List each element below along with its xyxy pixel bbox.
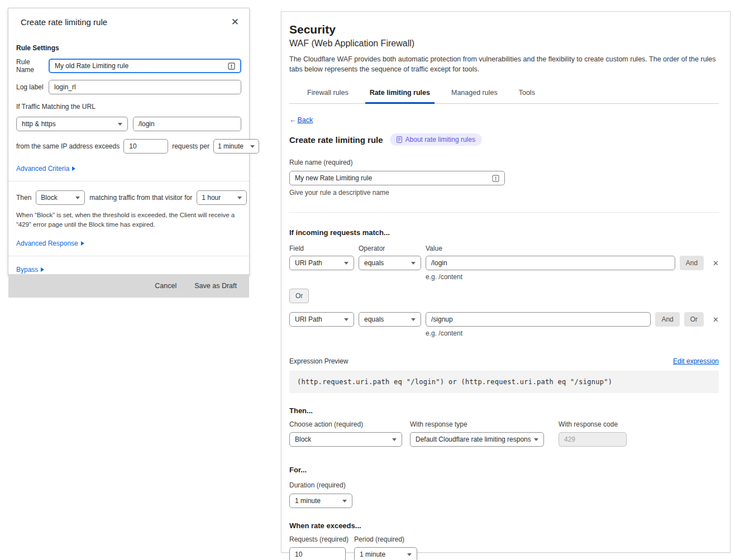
- chevron-down-icon: [75, 197, 80, 199]
- threshold-row: from the same IP address exceeds 10 requ…: [16, 139, 241, 154]
- triangle-right-icon: [81, 241, 84, 246]
- rule-settings-heading: Rule Settings: [16, 44, 241, 52]
- field-select[interactable]: URI Path: [289, 312, 354, 327]
- advanced-response-link[interactable]: Advanced Response: [16, 240, 84, 247]
- dialog-body: Rule Settings Rule Name My old Rate Limi…: [8, 35, 249, 274]
- rule-name-label: Rule name (required): [289, 159, 352, 166]
- value-hint: e.g. /content: [426, 329, 719, 337]
- dialog-title: Create rate limiting rule: [21, 17, 107, 27]
- response-type-column: With response type Default Cloudflare ra…: [410, 420, 544, 447]
- condition-row: URI Path equals /signup And Or ✕: [289, 312, 719, 327]
- rule-name-input[interactable]: My new Rate Limiting rule: [289, 171, 505, 185]
- save-as-draft-button[interactable]: Save as Draft: [194, 282, 237, 290]
- action-column: Choose action (required) Block: [289, 420, 402, 447]
- duration-select[interactable]: 1 minute: [289, 494, 352, 508]
- log-label-row: Log label login_rl: [16, 80, 241, 94]
- chevron-down-icon: [411, 318, 416, 321]
- field-column-label: Field: [289, 245, 354, 252]
- page-subtitle: WAF (Web Application Firewall): [289, 39, 719, 49]
- or-connector-button[interactable]: Or: [289, 289, 309, 303]
- traffic-matching-heading: If Traffic Matching the URL: [16, 103, 241, 111]
- divider: [8, 181, 249, 181]
- period-select[interactable]: 1 minute: [354, 547, 417, 560]
- cancel-button[interactable]: Cancel: [155, 282, 176, 290]
- action-select[interactable]: Block: [289, 432, 402, 447]
- field-select[interactable]: URI Path: [289, 256, 354, 270]
- action-select[interactable]: Block: [36, 190, 85, 205]
- threshold-input[interactable]: 10: [123, 139, 168, 154]
- chevron-down-icon: [342, 500, 347, 502]
- requests-label: Requests (required): [289, 535, 349, 543]
- rule-name-input[interactable]: My old Rate Limiting rule: [49, 59, 241, 73]
- operator-select[interactable]: equals: [359, 256, 421, 270]
- choose-action-label: Choose action (required): [289, 420, 402, 428]
- response-type-select[interactable]: Default Cloudflare rate limiting respons…: [410, 432, 544, 447]
- remove-condition-icon[interactable]: ✕: [713, 259, 719, 267]
- chevron-down-icon: [344, 262, 349, 265]
- for-heading: For...: [289, 466, 719, 474]
- password-manager-icon[interactable]: [492, 175, 499, 182]
- chevron-down-icon: [250, 145, 255, 148]
- value-input[interactable]: /signup: [426, 312, 651, 327]
- duration-label: Duration (required): [289, 481, 346, 489]
- tab-rate-limiting-rules[interactable]: Rate limiting rules: [365, 87, 435, 103]
- divider: [289, 212, 719, 213]
- password-manager-icon[interactable]: [228, 63, 235, 70]
- scheme-select[interactable]: http & https: [16, 117, 128, 131]
- threshold-suffix-text: requests per: [172, 142, 209, 150]
- tab-managed-rules[interactable]: Managed rules: [447, 87, 502, 103]
- edit-expression-link[interactable]: Edit expression: [673, 357, 719, 365]
- page-description: The Cloudflare WAF provides both automat…: [289, 54, 719, 74]
- and-button[interactable]: And: [655, 312, 679, 327]
- back-arrow-icon: ←: [289, 116, 297, 124]
- rule-name-row: Rule Name My old Rate Limiting rule: [16, 58, 241, 74]
- operator-column-label: Operator: [359, 245, 421, 252]
- triangle-right-icon: [72, 166, 75, 171]
- value-column-label: Value: [426, 245, 442, 252]
- rate-heading: When rate exceeds...: [289, 521, 719, 530]
- close-icon[interactable]: ✕: [231, 17, 239, 27]
- requests-input[interactable]: 10: [289, 547, 346, 560]
- response-code-input: 429: [559, 432, 627, 447]
- threshold-prefix-text: from the same IP address exceeds: [16, 142, 120, 150]
- remove-condition-icon[interactable]: ✕: [713, 315, 719, 324]
- log-label-input[interactable]: login_rl: [49, 80, 241, 94]
- advanced-criteria-link[interactable]: Advanced Criteria: [16, 165, 75, 173]
- log-label-label: Log label: [16, 83, 49, 91]
- triangle-right-icon: [41, 267, 44, 272]
- value-input[interactable]: /login: [426, 256, 675, 270]
- response-code-label: With response code: [559, 420, 627, 428]
- document-icon: [397, 136, 402, 143]
- about-rate-limiting-badge[interactable]: About rate limiting rules: [390, 133, 482, 146]
- rule-name-help: Give your rule a descriptive name: [289, 189, 719, 197]
- waf-tabs: Firewall rules Rate limiting rules Manag…: [289, 87, 719, 104]
- and-button[interactable]: And: [680, 256, 704, 270]
- or-button[interactable]: Or: [684, 312, 704, 327]
- then-row: Then Block matching traffic from that vi…: [16, 190, 241, 205]
- block-duration-select[interactable]: 1 hour: [197, 190, 247, 205]
- block-note-text: When “Block” is set, when the threshold …: [16, 210, 241, 230]
- operator-select[interactable]: equals: [359, 312, 421, 327]
- back-link[interactable]: ←Back: [289, 116, 313, 124]
- condition-row: URI Path equals /login And ✕: [289, 256, 719, 270]
- tab-tools[interactable]: Tools: [514, 87, 540, 103]
- url-input[interactable]: /login: [133, 117, 241, 131]
- chevron-down-icon: [344, 318, 349, 321]
- create-rate-limit-dialog: Create rate limiting rule ✕ Rule Setting…: [8, 8, 250, 276]
- match-heading: If incoming requests match...: [289, 228, 719, 237]
- chevron-down-icon: [411, 262, 416, 265]
- page-title: Security: [289, 23, 719, 36]
- chevron-down-icon: [118, 123, 122, 126]
- period-label: Period (required): [354, 535, 417, 543]
- chevron-down-icon: [237, 197, 242, 199]
- period-column: Period (required) 1 minute: [354, 535, 417, 560]
- chevron-down-icon: [407, 553, 412, 556]
- url-match-row: http & https /login: [16, 117, 241, 131]
- bypass-link[interactable]: Bypass: [16, 266, 44, 274]
- period-select[interactable]: 1 minute: [213, 139, 259, 154]
- chevron-down-icon: [392, 438, 397, 441]
- chevron-down-icon: [534, 438, 538, 441]
- tab-firewall-rules[interactable]: Firewall rules: [303, 87, 353, 103]
- expression-preview-label: Expression Preview: [289, 357, 348, 365]
- then-label: Then: [16, 194, 31, 202]
